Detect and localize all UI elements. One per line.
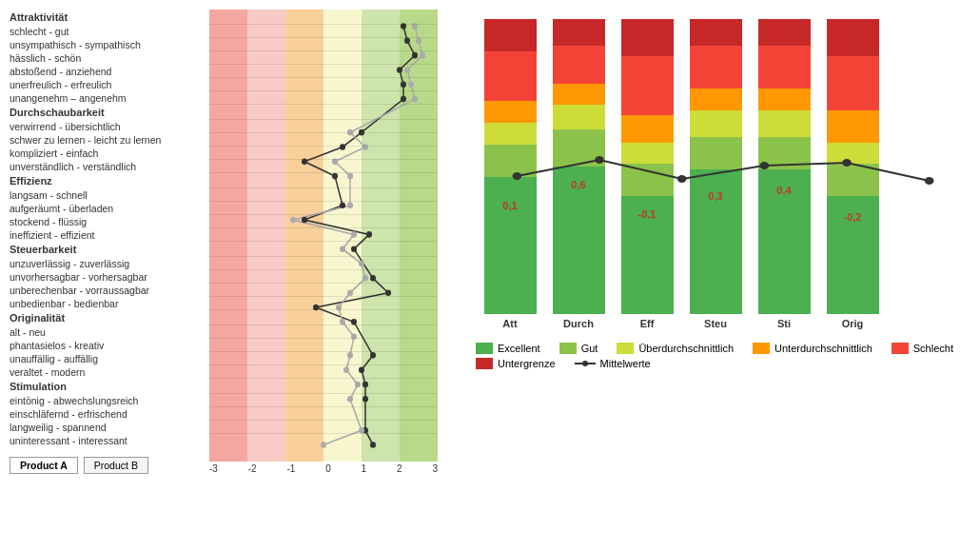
svg-point-17 xyxy=(351,319,357,325)
svg-point-26 xyxy=(420,52,425,59)
legend-mittelwerte-line xyxy=(575,358,596,369)
svg-point-40 xyxy=(347,289,353,296)
svg-point-27 xyxy=(404,67,410,73)
legend-untergrenze: Untergrenze xyxy=(476,358,556,369)
svg-point-28 xyxy=(408,82,414,89)
svg-point-45 xyxy=(343,366,349,373)
mean-value-sti: 0,4 xyxy=(776,185,791,196)
svg-point-19 xyxy=(359,366,364,373)
svg-point-7 xyxy=(340,144,345,150)
legend-unter-label: Unterdurchschnittlich xyxy=(774,343,872,354)
svg-point-33 xyxy=(347,173,353,180)
label-row: unvorhersagbar - vorhersagbar xyxy=(10,270,204,284)
svg-point-0 xyxy=(401,23,406,30)
category-effizienz: Effizienz xyxy=(10,173,204,188)
svg-point-16 xyxy=(313,305,319,311)
legend-ueber-color xyxy=(617,343,634,354)
label-row: unzuverlässig - zuverlässig xyxy=(10,257,204,270)
legend-gut-label: Gut xyxy=(581,343,598,354)
svg-point-14 xyxy=(370,275,376,282)
label-row: hässlich - schön xyxy=(10,51,204,65)
label-row: uninteressant - interessant xyxy=(10,434,204,447)
svg-point-13 xyxy=(351,246,357,252)
svg-point-36 xyxy=(351,231,357,238)
svg-point-47 xyxy=(347,396,353,403)
svg-point-8 xyxy=(302,159,307,166)
mean-value: 0,1 xyxy=(502,200,517,211)
line-chart-svg xyxy=(209,10,438,462)
product-b-button[interactable]: Product B xyxy=(84,457,148,474)
label-row: veraltet - modern xyxy=(10,365,204,379)
svg-point-25 xyxy=(416,38,421,45)
svg-point-57 xyxy=(582,361,588,366)
bar-att: 0,1 Att xyxy=(476,19,544,329)
svg-point-30 xyxy=(347,129,353,136)
svg-point-39 xyxy=(363,275,368,282)
svg-point-5 xyxy=(401,96,406,103)
svg-point-2 xyxy=(412,52,418,59)
svg-point-21 xyxy=(363,396,368,403)
svg-point-41 xyxy=(336,305,342,311)
mean-value-steu: 0,3 xyxy=(708,190,722,202)
legend-excellent-color xyxy=(476,343,493,354)
legend-schlecht-color xyxy=(892,343,909,354)
bar-label-att: Att xyxy=(502,318,517,329)
legend-unterdurchschnittlich: Unterdurchschnittlich xyxy=(753,343,872,354)
label-row: schwer zu lernen - leicht zu lernen xyxy=(10,133,204,147)
legend-schlecht-label: Schlecht xyxy=(913,343,953,354)
category-stimulation: Stimulation xyxy=(10,379,204,394)
category-originalitaet: Originalität xyxy=(10,310,204,325)
bar-chart-container: 0,1 Att 0,6 Durch xyxy=(476,10,970,333)
mean-value-eff: -0,1 xyxy=(638,208,657,220)
label-row: unbedienbar - bedienbar xyxy=(10,297,204,310)
bar-label-orig: Orig xyxy=(842,318,864,329)
label-row: unangenehm – angenehm xyxy=(10,91,204,105)
label-row: unberechenbar - vorraussagbar xyxy=(10,284,204,297)
svg-point-1 xyxy=(404,38,410,45)
svg-point-3 xyxy=(397,67,402,73)
bar-label-durch: Durch xyxy=(563,318,594,329)
svg-point-24 xyxy=(412,23,418,30)
svg-point-48 xyxy=(359,427,364,434)
label-row: langweilig - spannend xyxy=(10,421,204,434)
svg-point-20 xyxy=(363,382,368,388)
label-row: phantasielos - kreativ xyxy=(10,339,204,352)
label-row: aufgeräumt - überladen xyxy=(10,202,204,215)
label-row: einschläfernd - erfrischend xyxy=(10,407,204,421)
svg-point-9 xyxy=(332,173,338,180)
svg-point-42 xyxy=(340,319,345,325)
legend-mittelwerte-label: Mittelwerte xyxy=(600,358,651,369)
svg-point-23 xyxy=(370,442,376,448)
svg-point-11 xyxy=(302,217,307,224)
label-row: unerfreulich - erfreulich xyxy=(10,78,204,91)
legend-gut-color xyxy=(559,343,577,354)
product-a-button[interactable]: Product A xyxy=(10,457,78,474)
bar-steu: 0,3 Steu xyxy=(681,19,750,329)
chart-legend: Excellent Gut Überdurchschnittlich Unter… xyxy=(476,343,970,369)
category-steuerbarkeit: Steuerbarkeit xyxy=(10,242,204,257)
svg-point-32 xyxy=(332,159,338,166)
svg-point-38 xyxy=(359,261,364,267)
mean-value-orig: -0,2 xyxy=(844,211,862,223)
profile-chart: -3-2-10123 xyxy=(209,10,438,474)
label-row: kompliziert - einfach xyxy=(10,147,204,160)
legend-untergrenze-label: Untergrenze xyxy=(498,358,556,369)
legend-excellent-label: Excellent xyxy=(498,343,540,354)
category-durchschaubarkeit: Durchschaubarkeit xyxy=(10,105,204,120)
scale-labels: -3-2-10123 xyxy=(209,463,438,474)
svg-point-44 xyxy=(347,352,353,359)
svg-point-37 xyxy=(340,246,345,252)
labels-column: Attraktivität schlecht - gut unsympathis… xyxy=(10,10,209,474)
label-row: unauffällig - auffällig xyxy=(10,352,204,365)
label-row: schlecht - gut xyxy=(10,25,204,38)
legend-ueberdurchschnittlich: Überdurchschnittlich xyxy=(617,343,734,354)
svg-point-4 xyxy=(401,82,406,89)
svg-point-6 xyxy=(359,129,364,136)
bar-orig: -0,2 Orig xyxy=(818,19,887,329)
svg-point-34 xyxy=(347,202,353,208)
category-attraktivitaet: Attraktivität xyxy=(10,10,204,25)
label-row: stockend - flüssig xyxy=(10,215,204,228)
legend-excellent: Excellent xyxy=(476,343,540,354)
svg-point-29 xyxy=(412,96,418,103)
legend-mittelwerte: Mittelwerte xyxy=(575,358,651,369)
